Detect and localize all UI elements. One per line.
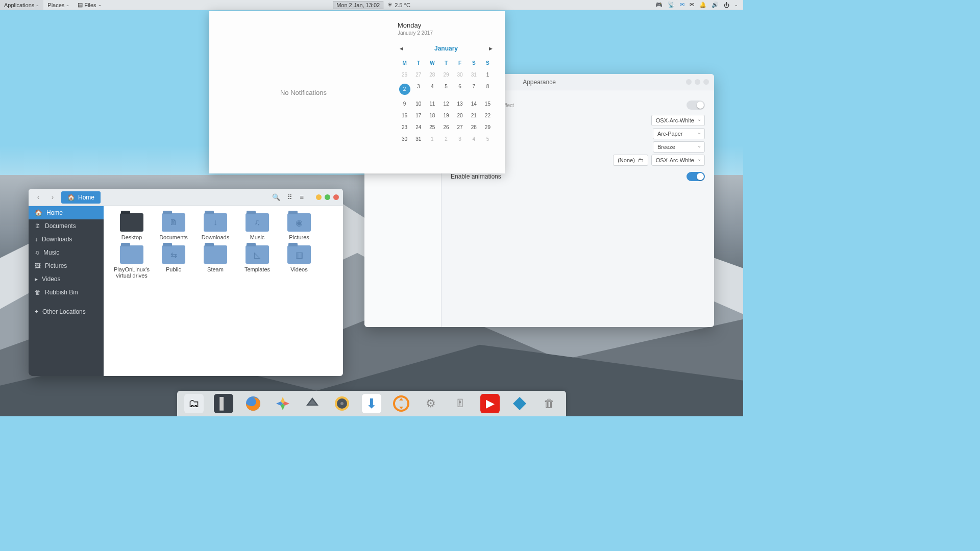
cal-day[interactable]: 12 [439,98,453,110]
folder-documents[interactable]: 🗎Documents [153,213,194,240]
cal-day[interactable]: 9 [398,98,411,110]
fm-sidebar-pictures[interactable]: 🖼Pictures [29,259,104,272]
cal-day[interactable]: 24 [411,121,425,133]
calendar-next[interactable]: ▶ [489,46,493,51]
folder-downloads[interactable]: ↓Downloads [194,213,236,240]
cal-day[interactable]: 23 [398,121,411,133]
dock-photos[interactable] [273,394,292,413]
fm-sidebar-documents[interactable]: 🗎Documents [29,219,104,233]
cal-day[interactable]: 8 [481,81,495,98]
cal-day[interactable]: 4 [425,81,439,98]
dock-downloader[interactable]: ⬇ [362,394,381,413]
cal-day[interactable]: 27 [411,69,425,81]
cal-day[interactable]: 26 [439,121,453,133]
cal-day[interactable]: 6 [453,81,467,98]
panel-places[interactable]: Places⌄ [43,0,74,10]
dock-trash[interactable]: 🗑 [540,394,559,413]
dock-terminal[interactable]: ▌ [214,394,233,413]
cal-day[interactable]: 15 [481,98,495,110]
dock-youtube[interactable]: ▶ [480,394,500,413]
cal-day[interactable]: 17 [411,110,425,121]
dock-firefox[interactable] [243,394,263,413]
tw-minimize[interactable] [686,79,692,85]
folder-desktop[interactable]: Desktop [111,213,153,240]
cal-day[interactable]: 1 [425,133,439,145]
panel-clock[interactable]: Mon 2 Jan, 13:02 [333,1,383,9]
cal-day[interactable]: 10 [411,98,425,110]
dock-kodi[interactable] [510,394,529,413]
cal-day[interactable]: 19 [439,110,453,121]
cal-day[interactable]: 3 [453,133,467,145]
cal-day[interactable]: 29 [481,121,495,133]
bell-icon[interactable]: 🔔 [699,2,706,8]
cal-day[interactable]: 3 [411,81,425,98]
mail-icon[interactable]: ✉ [690,2,694,8]
fm-sidebar-downloads[interactable]: ↓Downloads [29,233,104,246]
dock-disc[interactable] [332,394,352,413]
tw-maximize[interactable] [695,79,700,85]
dock-settings[interactable]: ⚙ [421,394,440,413]
fm-path-home[interactable]: 🏠Home [61,191,101,204]
cal-day[interactable]: 2 [398,81,411,98]
calendar-prev[interactable]: ◀ [400,46,403,51]
cal-day[interactable]: 26 [398,69,411,81]
volume-icon[interactable]: 🔊 [712,2,719,8]
dock-audio[interactable]: 🎚 [451,394,470,413]
fm-back-button[interactable]: ‹ [33,192,44,203]
tw-close[interactable] [703,79,709,85]
mail-new-icon[interactable]: ✉ [680,2,684,8]
cal-day[interactable]: 7 [467,81,481,98]
combo-cursor[interactable]: Breeze [653,141,705,153]
panel-files[interactable]: ▤Files⌄ [74,0,105,10]
window-close[interactable] [333,194,339,200]
cal-day[interactable]: 4 [467,133,481,145]
panel-weather[interactable]: ☀2.5 °C [387,2,410,8]
window-maximize[interactable] [325,194,330,200]
panel-applications[interactable]: Applications⌄ [0,0,43,10]
combo-icons[interactable]: Arc-Paper [653,128,705,139]
fm-titlebar[interactable]: ‹ › 🏠Home 🔍 ⠿ ≡ [29,189,343,206]
cal-day[interactable]: 22 [481,110,495,121]
controller-icon[interactable]: 🎮 [655,2,663,8]
cal-day[interactable]: 16 [398,110,411,121]
combo-shell-theme[interactable]: OSX-Arc-White [651,155,705,166]
folder-steam[interactable]: Steam [194,245,236,279]
cal-day[interactable]: 28 [425,69,439,81]
cal-day[interactable]: 21 [467,110,481,121]
cal-day[interactable]: 31 [467,69,481,81]
cal-day[interactable]: 27 [453,121,467,133]
fm-sidebar-rubbish-bin[interactable]: 🗑Rubbish Bin [29,286,104,299]
grid-view-icon[interactable]: ⠿ [287,193,292,201]
combo-gtk-theme[interactable]: OSX-Arc-White [651,115,705,126]
search-icon[interactable]: 🔍 [272,193,280,201]
cal-day[interactable]: 13 [453,98,467,110]
power-icon[interactable]: ⏻ [724,2,729,8]
cal-day[interactable]: 31 [411,133,425,145]
cal-day[interactable]: 5 [439,81,453,98]
hamburger-icon[interactable]: ≡ [300,193,304,201]
dock-inkscape[interactable] [303,394,322,413]
cal-day[interactable]: 11 [425,98,439,110]
cal-day[interactable]: 20 [453,110,467,121]
dock-updater[interactable] [391,394,411,413]
folder-public[interactable]: ⇆Public [153,245,194,279]
folder-music[interactable]: ♫Music [236,213,278,240]
dock-files[interactable]: 🗂 [184,394,204,413]
toggle-global-dark[interactable]: ✕ [687,101,705,110]
shell-theme-file[interactable]: (None)🗀 [613,155,648,166]
cal-day[interactable]: 30 [398,133,411,145]
panel-menu-chevron[interactable]: ⌄ [734,3,738,7]
cal-day[interactable]: 29 [439,69,453,81]
cal-day[interactable]: 2 [439,133,453,145]
cal-day[interactable]: 14 [467,98,481,110]
fm-forward-button[interactable]: › [47,192,58,203]
fm-sidebar-other[interactable]: +Other Locations [29,305,104,318]
toggle-animations[interactable] [687,172,705,181]
cal-day[interactable]: 1 [481,69,495,81]
cal-day[interactable]: 5 [481,133,495,145]
fm-sidebar-music[interactable]: ♫Music [29,246,104,259]
cal-day[interactable]: 25 [425,121,439,133]
cal-day[interactable]: 30 [453,69,467,81]
folder-pictures[interactable]: ◉Pictures [278,213,320,240]
folder-playonlinux-s-virtual-drives[interactable]: PlayOnLinux's virtual drives [111,245,153,279]
